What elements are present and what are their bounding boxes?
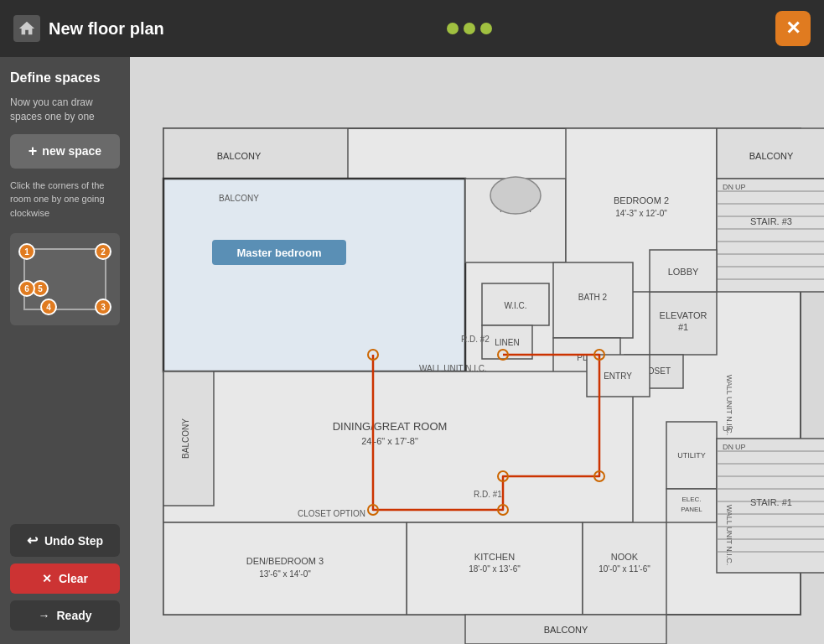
- corner-3: 3: [95, 299, 111, 315]
- svg-text:PANEL: PANEL: [681, 506, 702, 513]
- svg-text:DINING/GREAT ROOM: DINING/GREAT ROOM: [333, 420, 448, 433]
- svg-text:BALCONY: BALCONY: [749, 151, 794, 161]
- floorplan-svg: BALCONY Master bedroom BALCONY M. Bath B…: [130, 57, 824, 644]
- svg-text:UP: UP: [723, 424, 733, 433]
- corner-1: 1: [18, 243, 35, 260]
- arrow-icon: →: [38, 609, 49, 622]
- svg-text:DN: DN: [723, 183, 733, 191]
- svg-text:WALL UNIT N.I.C.: WALL UNIT N.I.C.: [419, 364, 487, 373]
- svg-text:LOBBY: LOBBY: [668, 267, 699, 277]
- svg-rect-54: [163, 522, 407, 615]
- clear-button[interactable]: ✕ Clear: [10, 564, 120, 594]
- bottom-section: ↩ Undo Step ✕ Clear → Ready: [10, 524, 120, 631]
- corner-diagram: 1 2 3 4 5 6: [10, 233, 120, 325]
- svg-text:BALCONY: BALCONY: [181, 418, 190, 459]
- dot-1: [447, 23, 459, 34]
- undo-label: Undo Step: [44, 534, 103, 548]
- svg-text:ELEC.: ELEC.: [681, 496, 701, 503]
- diagram-box: [23, 248, 106, 310]
- svg-text:UP: UP: [735, 183, 746, 191]
- svg-text:NOOK: NOOK: [611, 552, 639, 562]
- svg-text:ENTRY: ENTRY: [604, 371, 632, 381]
- svg-text:14'-3" x 12'-0": 14'-3" x 12'-0": [615, 209, 667, 218]
- svg-text:LINEN: LINEN: [495, 338, 519, 347]
- corner-2: 2: [95, 243, 111, 260]
- svg-text:W.I.C.: W.I.C.: [504, 301, 526, 310]
- plus-icon: +: [29, 143, 38, 160]
- svg-text:13'-6" x 14'-0": 13'-6" x 14'-0": [259, 569, 311, 579]
- svg-text:BALCONY: BALCONY: [219, 194, 259, 203]
- corner-4: 4: [40, 299, 57, 315]
- undo-button[interactable]: ↩ Undo Step: [10, 524, 120, 557]
- ready-button[interactable]: → Ready: [10, 600, 120, 631]
- svg-text:10'-0" x 11'-6": 10'-0" x 11'-6": [599, 564, 650, 574]
- svg-text:UP: UP: [735, 443, 746, 451]
- svg-text:24'-6" x 17'-8": 24'-6" x 17'-8": [361, 436, 418, 446]
- svg-text:18'-0" x 13'-6": 18'-0" x 13'-6": [469, 564, 521, 574]
- svg-rect-4: [163, 179, 465, 371]
- svg-text:#1: #1: [678, 322, 688, 332]
- svg-text:KITCHEN: KITCHEN: [474, 552, 515, 562]
- ready-label: Ready: [56, 609, 91, 622]
- svg-rect-16: [717, 179, 824, 292]
- clear-label: Clear: [59, 572, 88, 585]
- new-space-button[interactable]: + new space: [10, 134, 120, 169]
- new-space-label: new space: [42, 144, 101, 158]
- svg-text:BALCONY: BALCONY: [217, 151, 262, 161]
- floorplan-area[interactable]: BALCONY Master bedroom BALCONY M. Bath B…: [130, 57, 824, 644]
- app-title: New floor plan: [49, 19, 164, 39]
- svg-text:R.D. #1: R.D. #1: [474, 490, 502, 499]
- header-dots: [447, 23, 492, 34]
- svg-text:BATH 2: BATH 2: [578, 293, 608, 302]
- svg-text:BEDROOM 2: BEDROOM 2: [614, 195, 669, 205]
- hint-text: Click the corners of the room one by one…: [10, 179, 120, 221]
- svg-text:DEN/BEDROOM 3: DEN/BEDROOM 3: [246, 556, 324, 566]
- sidebar-subtitle: Now you can draw spaces one by one: [10, 96, 120, 124]
- svg-text:R.D. #2: R.D. #2: [461, 335, 490, 344]
- sidebar-title: Define spaces: [10, 70, 120, 86]
- dot-3: [480, 23, 492, 34]
- undo-icon: ↩: [27, 532, 38, 548]
- svg-text:CLOSET OPTION: CLOSET OPTION: [298, 509, 365, 518]
- corner-6: 6: [18, 280, 35, 297]
- svg-text:ELEVATOR: ELEVATOR: [660, 310, 707, 320]
- svg-text:BALCONY: BALCONY: [544, 625, 588, 635]
- app-header: New floor plan ✕: [0, 0, 824, 57]
- main-content: Define spaces Now you can draw spaces on…: [0, 57, 824, 644]
- svg-rect-41: [163, 371, 633, 522]
- svg-text:DN: DN: [723, 443, 733, 451]
- close-button[interactable]: ✕: [775, 11, 811, 46]
- dot-2: [464, 23, 475, 34]
- clear-x-icon: ✕: [42, 572, 52, 585]
- svg-text:STAIR. #3: STAIR. #3: [750, 216, 792, 226]
- svg-text:WALL UNIT N.I.C.: WALL UNIT N.I.C.: [725, 505, 733, 566]
- svg-text:Master bedroom: Master bedroom: [236, 247, 321, 259]
- header-left: New floor plan: [13, 15, 164, 42]
- svg-text:STAIR. #1: STAIR. #1: [750, 497, 792, 507]
- svg-point-10: [490, 177, 541, 214]
- sidebar: Define spaces Now you can draw spaces on…: [0, 57, 130, 644]
- svg-text:UTILITY: UTILITY: [677, 451, 706, 460]
- home-icon: [13, 15, 40, 42]
